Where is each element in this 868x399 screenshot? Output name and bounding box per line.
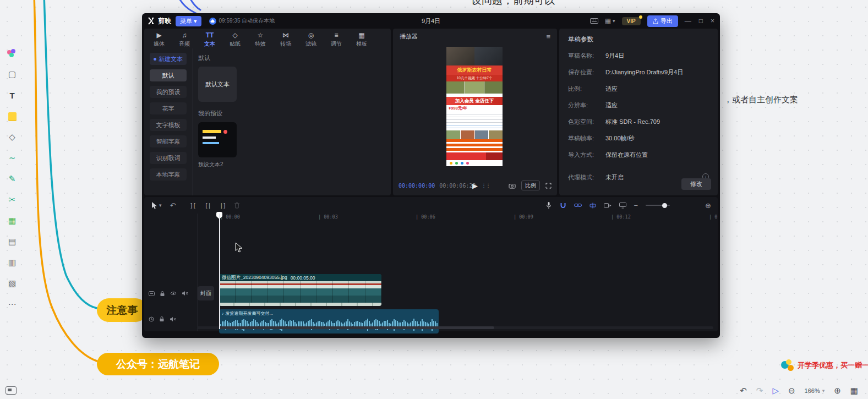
promo-badge[interactable]: 开学季优惠，买一赠一: [780, 359, 868, 372]
ratio-button[interactable]: 比例: [521, 181, 540, 190]
undo-icon[interactable]: ↶: [740, 386, 747, 396]
tab-media[interactable]: ▶媒体: [146, 29, 172, 48]
zoom-in-icon[interactable]: ⊕: [834, 386, 841, 396]
track-display-icon[interactable]: [619, 203, 626, 209]
undo-icon[interactable]: ↶: [170, 201, 176, 210]
fit-timeline-icon[interactable]: ⊕: [705, 201, 711, 210]
text-tool-icon[interactable]: T: [6, 89, 18, 101]
timeline-toolbar: ▾ ↶ ][ [| |] −: [144, 197, 718, 214]
auto-beat-icon[interactable]: [149, 316, 154, 322]
preview-axis-toggle-icon[interactable]: [589, 203, 596, 209]
titlebar: 剪映 菜单 ▾ 09:59:35 自动保存本地 9月4日 ▦ ▾ VIP: [142, 13, 720, 29]
default-text-card[interactable]: 默认文本: [198, 67, 237, 102]
preset-text-thumbnail[interactable]: [198, 122, 237, 157]
snapshot-icon[interactable]: [509, 183, 516, 189]
total-duration: 00:00:06:23: [439, 183, 476, 189]
fullscreen-icon[interactable]: [545, 183, 552, 189]
param-row-location: 保存位置:D:/JianyingPro Drafts/9月4日: [568, 68, 709, 76]
lock-icon[interactable]: [159, 316, 165, 322]
vip-badge[interactable]: VIP: [622, 17, 641, 25]
modify-button[interactable]: 修改: [681, 178, 711, 190]
play-button[interactable]: ▶: [472, 182, 478, 190]
connector-curve-icon[interactable]: ∼: [6, 152, 18, 164]
scissors-icon[interactable]: ✂: [6, 194, 18, 206]
split-right-icon[interactable]: |]: [220, 202, 226, 209]
list-block-icon[interactable]: ▥: [6, 256, 18, 269]
minimize-button[interactable]: —: [685, 17, 691, 25]
mute-icon[interactable]: [182, 291, 188, 296]
shortcut-keyboard-icon[interactable]: [590, 18, 598, 24]
playhead-line[interactable]: [219, 214, 220, 329]
slider-handle[interactable]: [662, 203, 667, 208]
timeline-tracks: 封面 微信图片_20230904093055.jpg 00:00:05:00: [144, 221, 718, 331]
select-tool[interactable]: ▾: [151, 201, 162, 209]
tab-audio[interactable]: ♫音频: [172, 29, 197, 48]
tab-text[interactable]: TT文本: [197, 29, 222, 48]
delete-icon[interactable]: [234, 202, 240, 209]
track-toggle-icon[interactable]: [149, 291, 155, 296]
whiteboard-canvas[interactable]: 设问题，前期可以 ，或者自主创作文案 ▢ T ◇ ∼ ✎ ✂ ▦ ▤ ▥ ▧ ⋯…: [0, 0, 868, 399]
nav-auto-captions[interactable]: 智能字幕: [150, 135, 187, 147]
pen-icon[interactable]: ✎: [6, 173, 18, 185]
frame-icon[interactable]: ▢: [6, 68, 18, 80]
columns-icon[interactable]: ▧: [6, 277, 18, 289]
video-clip[interactable]: 微信图片_20230904093055.jpg 00:00:05:00: [219, 274, 381, 306]
present-icon[interactable]: ▷: [772, 386, 779, 396]
timeline-zoom-slider[interactable]: [646, 205, 670, 206]
nav-local-captions[interactable]: 本地字幕: [150, 168, 187, 181]
pointer-icon: [151, 201, 157, 209]
video-preview[interactable]: 俄罗斯农村日常 10几个视频 十分钟7个 加入会员 全店任下 ¥998元/年: [446, 47, 503, 166]
text-icon: TT: [206, 31, 214, 39]
split-icon[interactable]: ][: [189, 202, 195, 209]
presentation-corner-icon[interactable]: [6, 386, 17, 395]
lock-icon[interactable]: [160, 291, 165, 297]
text-frame-icon[interactable]: ▤: [6, 236, 18, 248]
mindmap-node-note[interactable]: 注意事: [97, 298, 148, 322]
tab-filters[interactable]: ◎滤镜: [298, 29, 324, 48]
link-toggle-icon[interactable]: [574, 203, 582, 208]
close-button[interactable]: ×: [711, 17, 714, 25]
frame-step-icon[interactable]: ⋮⋮: [481, 183, 490, 188]
layout-switch-control[interactable]: ▦ ▾: [605, 17, 615, 25]
audio-clip[interactable]: ♪ 发货逾期开发商可交付...: [219, 309, 439, 334]
tab-adjust[interactable]: ≡调节: [324, 29, 349, 48]
nav-default[interactable]: 默认: [150, 69, 187, 81]
maximize-button[interactable]: □: [699, 17, 703, 25]
nav-fancy-text[interactable]: 花字: [150, 102, 187, 114]
tab-transitions[interactable]: ⋈转场: [273, 29, 298, 48]
more-tools-icon[interactable]: ⋯: [6, 298, 18, 310]
shape-icon[interactable]: ◇: [6, 131, 18, 143]
timeline-scrollbar-thumb[interactable]: [219, 326, 494, 329]
timeline-ruler[interactable]: | 00:00| 00:03| 00:06| 00:09| 00:12| 0: [144, 214, 718, 221]
export-button[interactable]: 导出: [647, 15, 678, 27]
nav-text-templates[interactable]: 文字模板: [150, 119, 187, 131]
table-icon[interactable]: ▦: [6, 215, 18, 227]
cover-button[interactable]: 封面: [198, 286, 214, 300]
nav-new-text[interactable]: 新建文本: [150, 53, 187, 65]
export-icon: [653, 18, 658, 24]
tab-sticker[interactable]: ◇贴纸: [222, 29, 248, 48]
nav-lyrics-recognition[interactable]: 识别歌词: [150, 152, 187, 164]
zoom-out-icon[interactable]: ⊖: [788, 386, 795, 396]
sticker-icon: ◇: [232, 31, 237, 39]
sticky-note-icon[interactable]: [6, 110, 18, 122]
mute-icon[interactable]: [170, 316, 176, 322]
tab-effects[interactable]: ☆特效: [248, 29, 273, 48]
palette-icon[interactable]: [6, 47, 18, 59]
player-menu-icon[interactable]: ≡: [546, 32, 550, 41]
snap-toggle-icon[interactable]: [560, 203, 566, 209]
split-left-icon[interactable]: [|: [205, 202, 211, 209]
autosave-status: 09:59:35 自动保存本地: [209, 17, 275, 25]
zoom-out-timeline-icon[interactable]: −: [634, 201, 638, 210]
minimap-icon[interactable]: ▦: [850, 386, 858, 396]
redo-icon[interactable]: ↷: [756, 386, 763, 396]
record-voice-icon[interactable]: [545, 201, 552, 210]
video-clip-thumbnails: [219, 281, 381, 303]
menu-button[interactable]: 菜单 ▾: [176, 16, 201, 26]
nav-my-presets[interactable]: 我的预设: [150, 86, 187, 98]
mindmap-node-channel[interactable]: 公众号：远航笔记: [97, 353, 219, 375]
zoom-level-control[interactable]: 166% ▾: [805, 387, 825, 394]
eye-icon[interactable]: [170, 291, 177, 296]
cover-frame-icon[interactable]: [604, 203, 612, 208]
tab-templates[interactable]: ▦模板: [349, 29, 374, 48]
